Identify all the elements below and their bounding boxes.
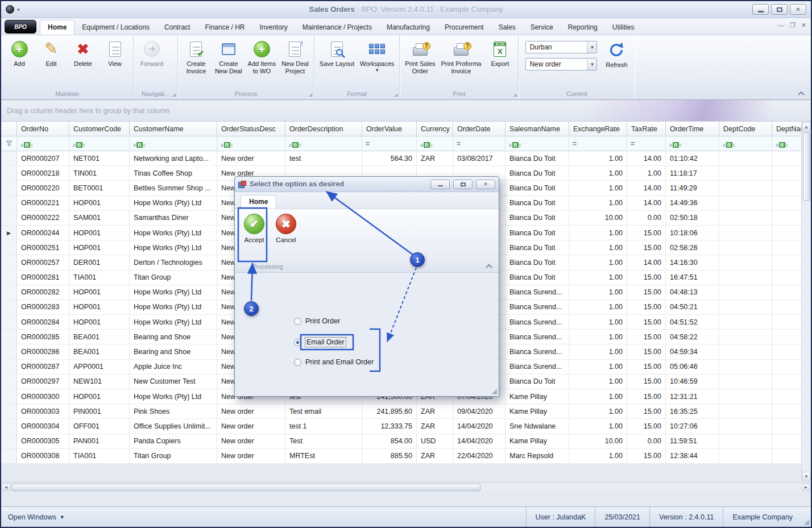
column-header-customername[interactable]: CustomerName	[130, 122, 217, 136]
ribbon-close-icon[interactable]: ✕	[801, 22, 806, 29]
filter-cell-orderstatusdesc[interactable]: aBc	[217, 136, 285, 151]
tab-maintenance-projects[interactable]: Maintenance / Projects	[295, 20, 379, 35]
workspaces-button[interactable]: Workspaces ▼	[357, 38, 397, 73]
new-deal-project-button[interactable]: ↑ New Deal Project	[279, 38, 312, 76]
filter-cell-exchangerate[interactable]: =	[569, 136, 627, 151]
filter-cell-orderdescription[interactable]: aBc	[285, 136, 362, 151]
tab-equipment-locations[interactable]: Equipment / Locations	[74, 20, 157, 35]
edit-button[interactable]: ✎ Edit	[35, 38, 67, 69]
filter-cell-customercode[interactable]: aBc	[69, 136, 130, 151]
forward-button[interactable]: ➜ Forward	[136, 38, 168, 69]
column-header-orderdescription[interactable]: OrderDescription	[285, 122, 362, 136]
ribbon-restore-icon[interactable]: ❐	[790, 22, 796, 29]
column-header-orderdate[interactable]: OrderDate	[453, 122, 506, 136]
current-order-type-dropdown[interactable]: New order ▼	[525, 58, 597, 70]
filter-cell-orderno[interactable]: aBc	[17, 136, 69, 151]
horizontal-scrollbar[interactable]: ◄ ►	[2, 482, 810, 492]
dialog-minimize-button[interactable]	[430, 180, 450, 189]
scroll-up-icon[interactable]: ▲	[802, 122, 811, 131]
accept-button[interactable]: ✔ Accept	[241, 211, 268, 260]
filter-cell-salesmanname[interactable]: aBc	[506, 136, 569, 151]
radio-print-and-email-order[interactable]: Print and Email Order	[294, 358, 374, 366]
refresh-button[interactable]: Refresh	[600, 39, 632, 70]
radio-print-order[interactable]: Print Order	[294, 317, 340, 325]
create-new-deal-button[interactable]: Create New Deal	[212, 38, 245, 76]
cell-orderno: OR0000303	[17, 404, 69, 419]
current-site-dropdown[interactable]: Durban ▼	[525, 41, 597, 53]
dialog-launcher-icon[interactable]: ◢	[513, 93, 516, 97]
filter-funnel-icon[interactable]	[1, 136, 17, 151]
filter-cell-orderdate[interactable]: =	[453, 136, 506, 151]
delete-button[interactable]: ✖ Delete	[67, 38, 99, 69]
radio-email-order[interactable]: Email Order	[294, 338, 346, 347]
filter-cell-customername[interactable]: aBc	[130, 136, 217, 151]
dialog-launcher-icon[interactable]: ◢	[395, 93, 397, 97]
resize-grip[interactable]: ◢	[802, 507, 811, 527]
tab-finance-hr[interactable]: Finance / HR	[197, 20, 252, 35]
add-items-to-wo-button[interactable]: + Add Items to WO	[245, 38, 279, 76]
tab-utilities[interactable]: Utilities	[605, 20, 642, 35]
app-icon[interactable]	[6, 5, 14, 14]
maximize-button[interactable]	[771, 4, 788, 15]
filter-cell-currency[interactable]: aBc	[417, 136, 453, 151]
scroll-down-icon[interactable]: ▼	[802, 472, 811, 481]
tab-home[interactable]: Home	[40, 20, 74, 35]
dialog-launcher-icon[interactable]: ◢	[309, 93, 312, 97]
tab-contract[interactable]: Contract	[157, 20, 197, 35]
row-indicator	[1, 375, 17, 389]
table-row[interactable]: OR0000305PAN001Panda CopiersNew orderTes…	[1, 434, 811, 449]
tab-inventory[interactable]: Inventory	[252, 20, 295, 35]
dialog-maximize-button[interactable]	[453, 180, 473, 189]
dialog-close-button[interactable]: ✕	[476, 180, 495, 189]
table-row[interactable]: OR0000207NET001Networking and Lapto...Ne…	[1, 151, 811, 166]
view-button[interactable]: View	[99, 38, 131, 69]
cancel-button[interactable]: ✖ Cancel	[272, 211, 300, 260]
save-layout-button[interactable]: Save Layout	[317, 38, 357, 69]
bpo-logo[interactable]: BPO	[5, 20, 36, 34]
tab-procurement[interactable]: Procurement	[437, 20, 491, 35]
table-row[interactable]: OR0000308TIA001Titan GroupNew orderMRTEs…	[1, 449, 811, 464]
tab-reporting[interactable]: Reporting	[561, 20, 605, 35]
ribbon-collapse-icon[interactable]	[797, 91, 805, 96]
column-header-taxrate[interactable]: TaxRate	[627, 122, 666, 136]
open-windows-button[interactable]: Open Windows ▼	[1, 513, 65, 521]
export-button[interactable]: X Export	[484, 38, 516, 69]
filter-cell-ordertime[interactable]: aBc	[666, 136, 719, 151]
print-sales-order-button[interactable]: ? Print Sales Order	[402, 38, 438, 76]
column-header-salesmanname[interactable]: SalesmanName	[506, 122, 569, 136]
scroll-left-icon[interactable]: ◄	[2, 484, 10, 491]
tab-sales[interactable]: Sales	[491, 20, 523, 35]
vertical-scroll-thumb[interactable]	[803, 132, 810, 201]
table-row[interactable]: OR0000303PIN0001Pink ShoesNew orderTest …	[1, 404, 811, 419]
ribbon-minimize-icon[interactable]: —	[778, 22, 784, 29]
column-header-deptcode[interactable]: DeptCode	[719, 122, 772, 136]
tab-service[interactable]: Service	[523, 20, 561, 35]
row-indicator	[1, 271, 17, 285]
dialog-launcher-icon[interactable]: ◢	[173, 93, 176, 97]
print-proforma-invoice-button[interactable]: ? Print Proforma Invoice	[438, 38, 484, 76]
horizontal-scroll-thumb[interactable]	[11, 484, 480, 491]
add-button[interactable]: + Add	[3, 38, 35, 69]
column-header-ordervalue[interactable]: OrderValue	[362, 122, 417, 136]
column-header-orderstatusdesc[interactable]: OrderStatusDesc	[217, 122, 285, 136]
dialog-resize-grip[interactable]: ◢	[492, 387, 497, 395]
column-header-currency[interactable]: Currency	[417, 122, 453, 136]
column-header-exchangerate[interactable]: ExchangeRate	[569, 122, 627, 136]
column-header-orderno[interactable]: OrderNo	[17, 122, 69, 136]
dialog-tab-home[interactable]: Home	[241, 195, 276, 209]
table-row[interactable]: OR0000304OFF001Office Supplies Unlimit..…	[1, 419, 811, 434]
vertical-scrollbar[interactable]: ▲ ▼	[801, 122, 811, 481]
column-header-customercode[interactable]: CustomerCode	[69, 122, 130, 136]
tab-manufacturing[interactable]: Manufacturing	[379, 20, 437, 35]
filter-cell-ordervalue[interactable]: =	[362, 136, 417, 151]
filter-cell-taxrate[interactable]: =	[627, 136, 666, 151]
dialog-collapse-icon[interactable]	[485, 264, 493, 269]
filter-cell-deptcode[interactable]: aBc	[719, 136, 772, 151]
quick-access-caret-icon[interactable]: ▾	[17, 7, 20, 13]
group-by-bar[interactable]: Drag a column header here to group by th…	[1, 100, 811, 122]
minimize-button[interactable]	[752, 4, 769, 15]
column-header-ordertime[interactable]: OrderTime	[666, 122, 719, 136]
scroll-right-icon[interactable]: ►	[802, 484, 810, 491]
close-button[interactable]: ✕	[790, 4, 806, 15]
create-invoice-button[interactable]: ✔ Create Invoice	[180, 38, 212, 76]
